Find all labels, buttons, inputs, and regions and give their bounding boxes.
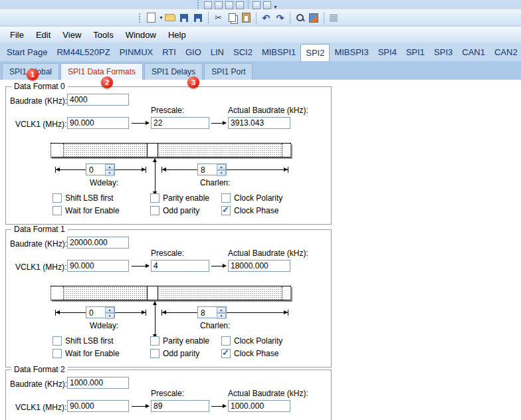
generate-code-icon[interactable]: [307, 11, 321, 25]
menu-tools[interactable]: Tools: [87, 29, 119, 41]
clock-polarity-checkbox[interactable]: [221, 336, 231, 346]
frame-gap-segment: [147, 286, 158, 300]
group-title: Data Format 0: [11, 82, 68, 91]
vclk-input[interactable]: [67, 400, 129, 412]
redo-icon[interactable]: ↷: [273, 11, 287, 25]
subtab-spi1-port[interactable]: SPI1 Port: [204, 63, 253, 80]
charlen-label: Charlen:: [200, 321, 230, 330]
spin-up-icon[interactable]: ▲: [105, 307, 114, 313]
tab-spi4[interactable]: SPI4: [373, 43, 401, 61]
spin-down-icon[interactable]: ▼: [217, 170, 226, 176]
wdelay-value: 0: [86, 307, 105, 318]
spin-up-icon[interactable]: ▲: [217, 164, 226, 170]
zoom-icon[interactable]: [235, 1, 245, 9]
vclk-label: VCLK1 (MHz):: [15, 120, 66, 129]
group-title: Data Format 2: [11, 365, 68, 374]
toolbar-separator: [208, 12, 209, 24]
baudrate-input[interactable]: [67, 237, 129, 249]
odd-parity-checkbox[interactable]: [150, 349, 159, 358]
parity-enable-checkbox[interactable]: [150, 336, 159, 346]
wdelay-spinner[interactable]: 0 ▲▼: [86, 163, 115, 175]
new-file-dropdown-icon[interactable]: ▼: [159, 15, 163, 20]
cut-icon[interactable]: ✂: [211, 11, 225, 25]
menu-help[interactable]: Help: [162, 29, 192, 41]
tab-can1[interactable]: CAN1: [457, 43, 490, 61]
actual-baudrate-label: Actual Baudrate (kHz):: [228, 249, 308, 258]
preview-icon[interactable]: [225, 1, 234, 9]
wait-for-enable-label: Wait for Enable: [65, 349, 120, 358]
prescale-input[interactable]: [151, 117, 209, 129]
save-icon[interactable]: [203, 1, 213, 9]
tab-rti[interactable]: RTI: [157, 43, 181, 61]
toolbar-grip[interactable]: [197, 0, 199, 9]
spin-down-icon[interactable]: ▼: [105, 313, 114, 319]
tab-spi1[interactable]: SPI1: [401, 43, 429, 61]
subtab-spi1-data-formats[interactable]: SPI1 Data Formats: [60, 63, 143, 80]
wait-for-enable-checkbox[interactable]: [52, 206, 62, 215]
actual-baudrate-input[interactable]: [228, 260, 290, 272]
charlen-value: 8: [198, 164, 217, 175]
tab-start-page[interactable]: Start Page: [2, 43, 52, 61]
tab-sci2[interactable]: SCI2: [229, 43, 257, 61]
paste-icon[interactable]: [239, 11, 253, 25]
actual-baudrate-input[interactable]: [228, 117, 290, 129]
shift-lsb-first-option: Shift LSB first: [52, 193, 114, 203]
wdelay-label: Wdelay:: [90, 178, 118, 187]
wait-for-enable-checkbox[interactable]: [52, 349, 62, 358]
frame-char-segment: [158, 144, 282, 157]
wdelay-spinner[interactable]: 0 ▲▼: [86, 306, 115, 318]
frame-char-segment: [158, 286, 282, 300]
clock-phase-checkbox[interactable]: [221, 349, 231, 358]
spin-down-icon[interactable]: ▼: [105, 170, 114, 176]
spin-up-icon[interactable]: ▲: [105, 164, 114, 170]
charlen-spinner[interactable]: 8 ▲▼: [197, 306, 227, 318]
clock-phase-option: Clock Phase: [221, 349, 278, 358]
vclk-input[interactable]: [67, 260, 129, 272]
save-icon[interactable]: [177, 11, 191, 25]
vclk-input[interactable]: [67, 117, 129, 129]
tab-gio[interactable]: GIO: [181, 43, 206, 61]
menu-file[interactable]: File: [4, 29, 30, 41]
tab-lin[interactable]: LIN: [206, 43, 229, 61]
tab-spi2[interactable]: SPI2: [300, 44, 330, 61]
spi-subtab-bar: SPI1 Global SPI1 Data Formats SPI1 Delay…: [0, 61, 521, 80]
toolbar-grip[interactable]: [138, 13, 141, 23]
spin-down-icon[interactable]: ▼: [217, 313, 226, 319]
tab-can2[interactable]: CAN2: [490, 43, 521, 61]
clock-phase-checkbox[interactable]: [221, 206, 231, 215]
odd-parity-checkbox[interactable]: [150, 206, 159, 215]
new-file-icon[interactable]: [144, 11, 158, 25]
spin-up-icon[interactable]: ▲: [217, 307, 226, 313]
list-view-icon[interactable]: [327, 11, 341, 25]
baudrate-input[interactable]: [67, 377, 129, 389]
tab-rm44l520pz[interactable]: RM44L520PZ: [52, 43, 114, 61]
copy-icon[interactable]: [225, 11, 239, 25]
tab-mibspi1[interactable]: MIBSPI1: [257, 43, 300, 61]
find-icon[interactable]: [293, 11, 307, 25]
open-folder-icon[interactable]: [163, 11, 177, 25]
help-icon[interactable]: [262, 1, 272, 9]
tab-mibspi3[interactable]: MIBSPI3: [330, 43, 373, 61]
actual-baudrate-input[interactable]: [228, 400, 290, 412]
dropdown-icon[interactable]: ▼: [273, 5, 278, 9]
prescale-input[interactable]: [151, 400, 209, 412]
print-icon[interactable]: [214, 1, 223, 9]
menu-edit[interactable]: Edit: [30, 29, 56, 41]
save-all-icon[interactable]: [191, 11, 205, 25]
undo-icon[interactable]: ↶: [259, 11, 273, 25]
tab-pinmux[interactable]: PINMUX: [115, 43, 158, 61]
prescale-input[interactable]: [151, 260, 209, 272]
parity-enable-checkbox[interactable]: [150, 193, 159, 203]
charlen-spinner[interactable]: 8 ▲▼: [197, 163, 227, 175]
tab-spi3[interactable]: SPI3: [429, 43, 457, 61]
clock-polarity-option: Clock Polarity: [221, 336, 282, 346]
baudrate-input[interactable]: [67, 94, 129, 106]
menu-view[interactable]: View: [56, 29, 87, 41]
app-window: { "chrome": { "menu": ["File","Edit","Vi…: [0, 0, 521, 420]
settings-icon[interactable]: [252, 1, 261, 9]
menu-window[interactable]: Window: [120, 29, 162, 41]
shift-lsb-first-checkbox[interactable]: [52, 336, 62, 346]
clock-polarity-checkbox[interactable]: [221, 193, 231, 203]
odd-parity-label: Odd parity: [163, 349, 199, 358]
shift-lsb-first-checkbox[interactable]: [52, 193, 62, 203]
